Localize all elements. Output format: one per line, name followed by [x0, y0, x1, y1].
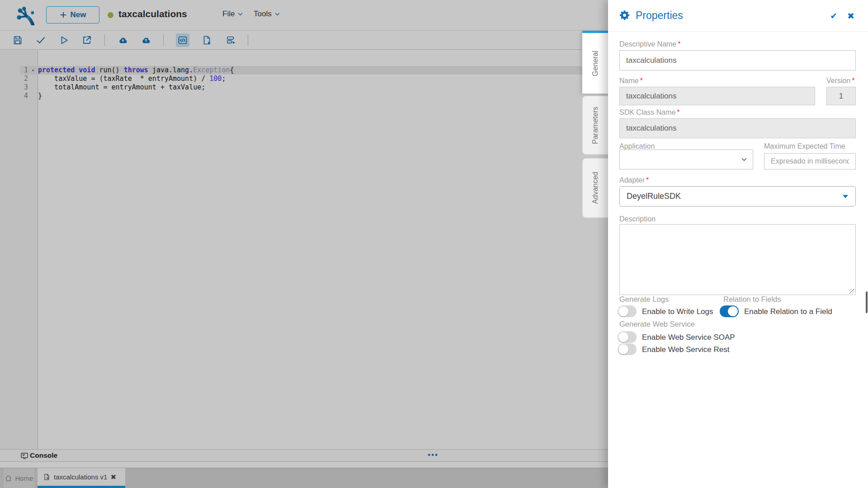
maximum-expected-time-input[interactable]	[764, 153, 856, 169]
toggle-knob	[618, 306, 628, 316]
enable-relation-to-field-toggle[interactable]	[720, 305, 739, 317]
enable-web-service-rest-label: Enable Web Service Rest	[642, 345, 729, 354]
maximum-expected-time-label: Maximum Expected Time	[764, 142, 845, 150]
confirm-check-icon[interactable]: ✔	[830, 11, 837, 21]
chevron-down-icon	[740, 155, 748, 164]
properties-panel: Properties ✔ ✖ Descriptive Name* Name* V…	[608, 0, 868, 488]
close-panel-icon[interactable]: ✖	[847, 11, 854, 21]
side-tab-general[interactable]: General	[582, 31, 608, 94]
enable-web-service-rest-toggle[interactable]	[618, 343, 637, 355]
enable-write-logs-label: Enable to Write Logs	[642, 307, 713, 316]
description-label: Description	[619, 215, 656, 223]
panel-scrollbar-thumb[interactable]	[866, 291, 868, 313]
toggle-knob	[618, 332, 628, 342]
side-tab-general-label: General	[591, 51, 599, 76]
version-label: Version*	[826, 77, 855, 85]
version-input	[826, 87, 856, 105]
description-textarea[interactable]	[619, 224, 856, 295]
toggle-knob	[618, 344, 628, 354]
properties-panel-title: Properties	[636, 9, 683, 22]
enable-web-service-soap-toggle[interactable]	[618, 331, 637, 343]
name-input	[619, 87, 815, 105]
side-tab-parameters-label: Parameters	[591, 107, 599, 144]
sdk-class-name-input	[619, 118, 856, 138]
application-window: New taxcalculations File Tools	[0, 0, 868, 488]
adapter-select[interactable]: DeyelRuleSDK	[619, 186, 856, 206]
textarea-resize-grip[interactable]	[849, 289, 854, 294]
side-tab-parameters[interactable]: Parameters	[582, 96, 608, 155]
properties-panel-header: Properties ✔ ✖	[608, 0, 868, 32]
adapter-label: Adapter*	[619, 176, 649, 184]
toggle-knob	[728, 306, 738, 316]
descriptive-name-label: Descriptive Name*	[619, 40, 681, 48]
generate-logs-section-label: Generate Logs	[619, 295, 669, 304]
enable-web-service-soap-label: Enable Web Service SOAP	[642, 333, 735, 342]
enable-write-logs-toggle[interactable]	[618, 305, 637, 317]
side-tab-advanced-label: Advanced	[591, 172, 599, 204]
enable-relation-to-field-label: Enable Relation to a Field	[744, 307, 832, 316]
descriptive-name-input[interactable]	[619, 50, 856, 70]
side-tab-advanced[interactable]: Advanced	[582, 158, 608, 218]
sdk-class-name-label: SDK Class Name*	[619, 108, 680, 117]
dropdown-caret-icon	[843, 195, 848, 198]
adapter-value: DeyelRuleSDK	[620, 192, 681, 201]
gear-icon	[618, 9, 631, 22]
generate-web-service-section-label: Generate Web Service	[619, 320, 695, 328]
application-select[interactable]	[619, 150, 753, 169]
name-label: Name*	[619, 77, 643, 85]
relation-to-fields-section-label: Relation to Fields	[723, 295, 781, 304]
